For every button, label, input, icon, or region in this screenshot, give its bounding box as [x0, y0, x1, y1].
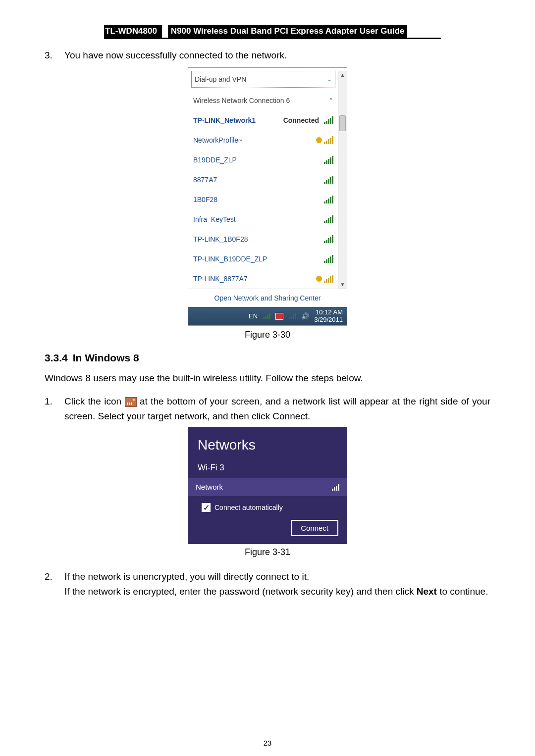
- network-name: TP-LINK_8877A7: [193, 275, 248, 283]
- scroll-up-icon[interactable]: ▲: [338, 71, 347, 79]
- signal-icon: [324, 215, 333, 223]
- signal-icon: [324, 156, 333, 164]
- win8-network-name: Network: [196, 483, 223, 491]
- network-name: 1B0F28: [193, 196, 217, 203]
- signal-icon: [324, 235, 333, 243]
- tray-date: 3/29/2011: [314, 316, 343, 323]
- network-name: B19DDE_ZLP: [193, 156, 237, 164]
- signal-icon: [324, 196, 333, 203]
- signal-icon: [324, 136, 333, 144]
- dialup-label: Dial-up and VPN: [195, 75, 246, 83]
- network-row[interactable]: NetworkProfile~: [188, 130, 338, 150]
- doc-header: TL-WDN4800 N900 Wireless Dual Band PCI E…: [104, 25, 441, 39]
- network-name: TP-LINK_B19DDE_ZLP: [193, 255, 267, 263]
- step-number: 2.: [45, 569, 64, 599]
- tray-signal-icon[interactable]: [263, 312, 270, 320]
- step-number: 1.: [45, 394, 64, 423]
- network-row[interactable]: Infra_KeyTest: [188, 209, 338, 229]
- open-network-center-link[interactable]: Open Network and Sharing Center: [188, 289, 347, 307]
- network-tray-icon: [125, 397, 137, 407]
- step2-line2a: If the network is encrypted, enter the p…: [64, 586, 417, 597]
- tray-clock[interactable]: 10:12 AM 3/29/2011: [314, 309, 343, 323]
- chevron-up-icon: ⌃: [328, 97, 333, 104]
- tray-flag-icon[interactable]: [275, 313, 283, 320]
- win8-network-row[interactable]: Network: [188, 478, 347, 496]
- section-heading: 3.3.4In Windows 8: [45, 352, 490, 364]
- tray-volume-icon[interactable]: 🔊: [301, 312, 309, 320]
- network-row[interactable]: 1B0F28: [188, 190, 338, 209]
- network-name: 8877A7: [193, 176, 217, 184]
- tray-network-icon[interactable]: [288, 312, 296, 320]
- figure-30-caption: Figure 3-30: [45, 330, 490, 340]
- scroll-down-icon[interactable]: ▼: [338, 280, 347, 289]
- signal-icon: [324, 116, 333, 124]
- network-row[interactable]: TP-LINK_1B0F28: [188, 229, 338, 249]
- tray-time: 10:12 AM: [314, 309, 343, 316]
- scrollbar[interactable]: ▲ ▼: [338, 71, 347, 289]
- connect-auto-row[interactable]: ✓ Connect automatically: [188, 496, 347, 517]
- step2-line1: If the network is unencrypted, you will …: [64, 569, 490, 584]
- chevron-down-icon: ⌄: [327, 76, 332, 83]
- win7-network-flyout: ▲ ▼ Dial-up and VPN ⌄ Wireless Network C…: [188, 67, 347, 326]
- network-row[interactable]: TP-LINK_B19DDE_ZLP: [188, 249, 338, 269]
- figure-31-caption: Figure 3-31: [45, 547, 490, 557]
- dialup-section[interactable]: Dial-up and VPN ⌄: [191, 71, 335, 88]
- step-3: 3. You have now successfully connected t…: [45, 48, 490, 62]
- system-tray: EN 🔊 10:12 AM 3/29/2011: [188, 307, 347, 325]
- connect-auto-label: Connect automatically: [214, 504, 283, 511]
- step1-text-a: Click the icon: [64, 396, 125, 406]
- scroll-thumb[interactable]: [339, 115, 346, 131]
- step-text: You have now successfully connected to t…: [64, 48, 490, 62]
- tray-language[interactable]: EN: [249, 312, 258, 320]
- page-number: 23: [0, 739, 535, 747]
- shield-icon: [316, 276, 322, 282]
- signal-icon: [324, 255, 333, 263]
- section-intro: Windows 8 users may use the built-in wir…: [45, 371, 490, 385]
- connected-label: Connected: [283, 116, 319, 124]
- doc-model: TL-WDN4800: [104, 25, 162, 38]
- step-number: 3.: [45, 48, 64, 62]
- network-name: Infra_KeyTest: [193, 215, 236, 223]
- network-row[interactable]: TP-LINK_8877A7: [188, 269, 338, 289]
- wireless-label: Wireless Network Connection 6: [193, 97, 290, 104]
- signal-icon: [332, 484, 339, 491]
- step-2: 2. If the network is unencrypted, you wi…: [45, 569, 490, 599]
- network-row[interactable]: 8877A7: [188, 170, 338, 190]
- checkbox-icon[interactable]: ✓: [202, 503, 211, 512]
- network-name: TP-LINK_Network1: [193, 116, 256, 124]
- signal-icon: [324, 275, 333, 283]
- win8-title: Networks: [188, 427, 347, 460]
- network-name: NetworkProfile~: [193, 136, 242, 144]
- win8-wifi-header: Wi-Fi 3: [188, 460, 347, 478]
- network-name: TP-LINK_1B0F28: [193, 235, 248, 243]
- section-number: 3.3.4: [45, 352, 68, 363]
- network-row[interactable]: B19DDE_ZLP: [188, 150, 338, 170]
- wireless-section[interactable]: Wireless Network Connection 6 ⌃: [188, 91, 338, 110]
- step-1: 1. Click the icon at the bottom of your …: [45, 394, 490, 423]
- doc-title: N900 Wireless Dual Band PCI Express Adap…: [168, 25, 408, 38]
- signal-icon: [324, 176, 333, 184]
- section-title: In Windows 8: [73, 352, 139, 363]
- win8-networks-panel: Networks Wi-Fi 3 Network ✓ Connect autom…: [188, 427, 347, 544]
- step2-line2c: to continue.: [437, 586, 488, 597]
- next-label: Next: [417, 586, 437, 597]
- shield-icon: [316, 137, 322, 143]
- connect-button[interactable]: Connect: [291, 520, 338, 536]
- network-row[interactable]: TP-LINK_Network1 Connected: [188, 110, 338, 130]
